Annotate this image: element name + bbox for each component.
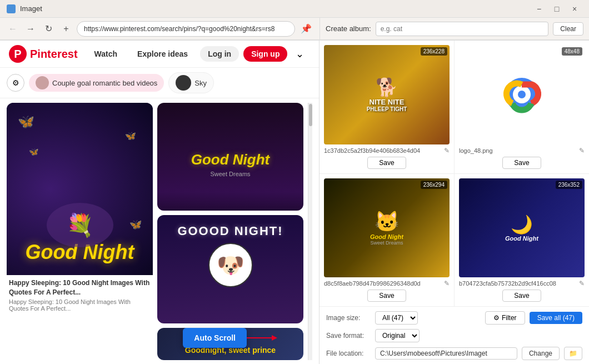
scroll-arrow-icon [247,332,280,343]
svg-point-5 [518,91,526,98]
image-size-select[interactable]: All (47) [375,311,418,325]
auto-scroll-button[interactable]: Auto Scroll [183,328,247,348]
window-controls: − □ × [531,3,582,14]
danielle-overlay [157,192,303,211]
title-bar: Imaget − □ × [0,0,589,18]
img-size-badge-img3: 236x294 [421,181,447,189]
pin-card-goodnight1[interactable]: 🦋 🦋 🦋 🦋 Good Night 💐 [7,103,153,315]
pinterest-logo: P Pinterest [9,45,78,63]
save-all-button[interactable]: Save all (47) [530,312,582,324]
scroll-thumb [309,104,312,126]
butterfly4-icon: 🦋 [129,218,142,231]
pin-image-goodnight1: 🦋 🦋 🦋 🦋 Good Night 💐 [7,103,153,275]
back-button[interactable]: ← [6,22,20,36]
explore-button[interactable]: Explore ideas [129,46,196,62]
search-tag-label: Couple goal romantic bed videos [52,79,157,87]
file-path-input[interactable] [375,347,517,360]
edit-icon-img3[interactable]: ✎ [444,280,450,287]
danielle-text-content: Good Night Sweet Dreams [191,151,270,177]
close-button[interactable]: × [567,3,582,14]
img-col-img1: 🐕 NITE NITE PHLEEP TIGHT 236x2281c37db2c… [320,41,455,173]
watch-button[interactable]: Watch [87,46,125,62]
extension-button[interactable]: 📌 [298,21,314,37]
app-container: Imaget − □ × ← → ↻ + 📌 Create album: Cle… [0,0,589,364]
img-name-row-img2: logo_48.png✎ [459,147,585,154]
pin-column-2: Good Night Sweet Dreams Danielle on Twit… [157,103,303,360]
album-input[interactable] [376,22,549,36]
img-filename-img2: logo_48.png [459,147,577,154]
img-filename-img3: d8c5f8aeb798d47b9986296348d0d [324,280,442,287]
svg-marker-1 [272,335,277,341]
danielle-subtitle: Sweet Dreams [191,171,270,177]
img-thumb-img1: 🐕 NITE NITE PHLEEP TIGHT 236x228 [324,45,450,144]
bottom-controls: Image size: All (47) ⚙ Filter Save all (… [320,306,589,364]
img-filename-img1: 1c37db2c5a2f3b94e406b683e4d04 [324,147,442,154]
search-area: ⚙ Couple goal romantic bed videos Sky [0,68,319,98]
search-tag-avatar [36,76,49,89]
main-layout: P Pinterest Watch Explore ideas Log in S… [0,41,589,364]
img-row-1: 🐕 NITE NITE PHLEEP TIGHT 236x2281c37db2c… [320,41,589,174]
left-panel: P Pinterest Watch Explore ideas Log in S… [0,41,320,364]
save-btn-img2[interactable]: Save [502,157,541,169]
control-row-location: File location: Change 📁 [326,347,582,360]
pinterest-nav: Watch Explore ideas Log in Sign up ⌄ [87,46,308,62]
edit-icon-img4[interactable]: ✎ [579,280,585,287]
snoopy-content: GOOOD NIGHT! 🐶 [157,215,303,323]
save-btn-img4[interactable]: Save [502,290,541,302]
butterfly2-icon: 🦋 [125,131,136,141]
img-thumb-img3: 🐱 Good Night Sweet Dreams 236x294 [324,178,450,278]
title-bar-left: Imaget [7,4,42,13]
pin-card-snoopy[interactable]: GOOOD NIGHT! 🐶 Cute Snoopy on Instagram:… [157,215,303,323]
search-tag-romantic[interactable]: Couple goal romantic bed videos [29,74,164,92]
flower-circle: 💐 [47,203,113,247]
sky-avatar [176,75,191,91]
search-tag-sky[interactable]: Sky [168,72,214,93]
refresh-button[interactable]: ↻ [41,22,56,36]
signup-button[interactable]: Sign up [243,46,287,62]
filter-button[interactable]: ⚙ Filter [485,311,525,325]
scroll-arrow-container [247,332,280,343]
img-size-badge-img4: 236x352 [556,181,582,189]
change-button[interactable]: Change [522,347,560,360]
save-btn-img1[interactable]: Save [367,157,406,169]
url-input[interactable] [77,21,295,37]
format-select[interactable]: Original [375,329,420,342]
scroll-indicator[interactable] [308,103,312,360]
new-tab-button[interactable]: + [59,22,73,36]
butterfly3-icon: 🦋 [29,147,38,156]
right-panel: 🐕 NITE NITE PHLEEP TIGHT 236x2281c37db2c… [320,41,589,364]
img-name-row-img1: 1c37db2c5a2f3b94e406b683e4d04✎ [324,147,450,154]
pin-card-danielle[interactable]: Good Night Sweet Dreams Danielle on Twit… [157,103,303,211]
search-filter-button[interactable]: ⚙ [7,74,24,92]
save-format-label: Save format: [326,332,371,340]
clear-button[interactable]: Clear [553,22,583,36]
flower-icon: 💐 [66,212,94,238]
filter-icon: ⚙ [493,314,500,322]
img-size-badge-img1: 236x228 [421,47,447,56]
folder-button[interactable]: 📁 [564,347,582,360]
auto-scroll-overlay: Auto Scroll [183,328,280,348]
control-row-format: Save format: Original [326,329,582,342]
file-location-label: File location: [326,350,371,357]
minimize-button[interactable]: − [531,3,547,14]
maximize-button[interactable]: □ [549,3,565,14]
img-thumb-img2: 48x48 [459,45,585,144]
butterfly1-icon: 🦋 [18,114,34,129]
pin-image-snoopy: GOOOD NIGHT! 🐶 [157,215,303,323]
save-btn-img3[interactable]: Save [367,290,406,302]
pinterest-header: P Pinterest Watch Explore ideas Log in S… [0,41,319,68]
pin-desc-goodnight1: Happy Sleeping: 10 Good Night Images Wit… [9,298,151,312]
img-col-img4: 🌙 Good Night 236x352b704723cfa5b75732b2d… [455,174,589,307]
img-filename-img4: b704723cfa5b75732b2d9cf416cc08 [459,280,577,287]
sky-label: Sky [194,79,207,87]
img-col-img2: 48x48logo_48.png✎Save [455,41,589,173]
right-toolbar: Create album: Clear [320,18,589,40]
more-button[interactable]: ⌄ [292,46,307,62]
edit-icon-img2[interactable]: ✎ [579,147,585,154]
img-name-row-img3: d8c5f8aeb798d47b9986296348d0d✎ [324,280,450,287]
login-button[interactable]: Log in [200,46,239,62]
edit-icon-img1[interactable]: ✎ [444,147,450,154]
app-icon [7,4,16,13]
image-size-label: Image size: [326,314,371,322]
forward-button[interactable]: → [23,22,38,36]
